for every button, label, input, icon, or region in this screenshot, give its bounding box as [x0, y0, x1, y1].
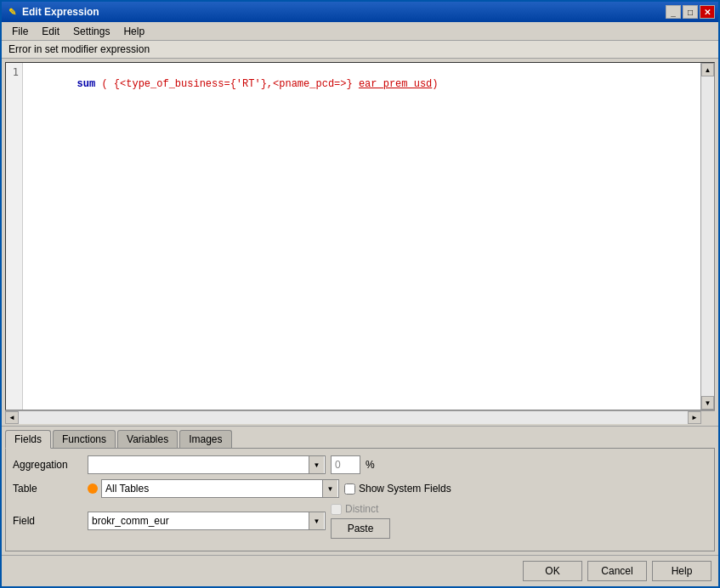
bottom-panel: Fields Functions Variables Images Aggreg…	[2, 426, 718, 586]
aggregation-label: Aggregation	[13, 459, 81, 471]
menu-edit[interactable]: Edit	[35, 24, 66, 39]
show-system-fields-text: Show System Fields	[359, 483, 451, 495]
menu-settings[interactable]: Settings	[66, 24, 116, 39]
table-select-wrapper: All Tables ▼	[88, 479, 339, 498]
vertical-scrollbar[interactable]: ▲ ▼	[700, 63, 714, 410]
field-controls: brokr_comm_eur ▼ Distinct Paste	[88, 503, 707, 539]
table-label: Table	[13, 483, 81, 495]
aggregation-controls: ▼ %	[88, 455, 707, 474]
aggregation-select[interactable]	[88, 455, 326, 474]
scroll-up-button[interactable]: ▲	[701, 63, 714, 76]
scroll-track-h[interactable]	[19, 411, 688, 424]
editor-area[interactable]: 1 sum ( {<type_of_business={'RT'},<pname…	[5, 62, 715, 410]
percent-input[interactable]	[331, 455, 360, 474]
aggregation-row: Aggregation ▼ %	[13, 455, 707, 474]
cancel-button[interactable]: Cancel	[587, 561, 647, 581]
bottom-buttons: OK Cancel Help	[2, 555, 718, 586]
code-text: sum ( {<type_of_business={'RT'},<pname_p…	[77, 78, 439, 90]
tab-images[interactable]: Images	[179, 430, 231, 448]
table-select[interactable]: All Tables	[101, 479, 339, 498]
menu-bar: File Edit Settings Help	[2, 22, 718, 41]
aggregation-select-wrapper: ▼	[88, 455, 326, 474]
close-button[interactable]: ✕	[700, 5, 715, 19]
show-system-fields-label: Show System Fields	[344, 483, 451, 495]
minimize-button[interactable]: _	[666, 5, 681, 19]
tab-content-fields: Aggregation ▼ % Table	[5, 448, 715, 551]
tab-variables[interactable]: Variables	[117, 430, 178, 448]
error-text: Error in set modifier expression	[9, 43, 150, 55]
editor-content[interactable]: sum ( {<type_of_business={'RT'},<pname_p…	[23, 63, 700, 410]
scrollbar-corner	[701, 411, 715, 424]
field-label: Field	[13, 515, 81, 527]
show-system-fields-checkbox[interactable]	[344, 483, 355, 495]
orange-dot-icon	[88, 483, 98, 494]
scroll-right-button[interactable]: ►	[688, 411, 701, 424]
error-bar: Error in set modifier expression	[2, 41, 718, 59]
table-row: Table All Tables ▼ Show System Fields	[13, 479, 707, 498]
scroll-track-v[interactable]	[701, 76, 714, 396]
table-controls: All Tables ▼ Show System Fields	[88, 479, 707, 498]
horizontal-scrollbar[interactable]: ◄ ►	[5, 410, 715, 424]
title-bar: ✎ Edit Expression _ □ ✕	[2, 2, 718, 22]
scroll-left-button[interactable]: ◄	[5, 411, 19, 424]
line-numbers: 1	[6, 63, 23, 410]
ok-button[interactable]: OK	[523, 561, 582, 581]
window-title: Edit Expression	[22, 6, 666, 18]
tabs: Fields Functions Variables Images	[2, 427, 718, 448]
maximize-button[interactable]: □	[683, 5, 698, 19]
field-row: Field brokr_comm_eur ▼ Distinct Paste	[13, 503, 707, 539]
distinct-label: Distinct	[331, 503, 390, 515]
right-action-group: Distinct Paste	[331, 503, 390, 539]
field-select[interactable]: brokr_comm_eur	[88, 512, 326, 530]
tab-fields[interactable]: Fields	[5, 430, 51, 449]
field-select-wrapper: brokr_comm_eur ▼	[88, 512, 326, 530]
tab-functions[interactable]: Functions	[53, 430, 116, 448]
menu-file[interactable]: File	[5, 24, 35, 39]
menu-help[interactable]: Help	[116, 24, 151, 39]
distinct-checkbox[interactable]	[331, 504, 342, 515]
scroll-down-button[interactable]: ▼	[701, 396, 714, 410]
help-button[interactable]: Help	[652, 561, 711, 581]
window-controls: _ □ ✕	[666, 5, 715, 19]
line-number-1: 1	[9, 66, 19, 78]
window-icon: ✎	[5, 5, 19, 19]
distinct-text: Distinct	[345, 503, 378, 515]
paste-button[interactable]: Paste	[331, 518, 390, 539]
main-window: ✎ Edit Expression _ □ ✕ File Edit Settin…	[0, 0, 720, 588]
percent-suffix: %	[366, 459, 375, 471]
